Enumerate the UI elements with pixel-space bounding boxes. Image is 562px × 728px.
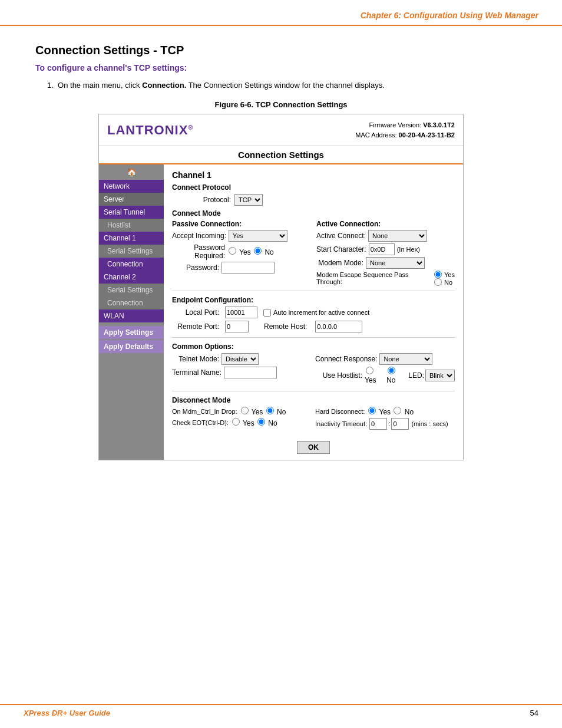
active-connect-select[interactable]: None <box>368 230 427 242</box>
use-hostlist-yes-label[interactable]: Yes <box>365 367 385 384</box>
led-label: LED: <box>408 371 424 380</box>
sidebar-item-connection-2[interactable]: Connection <box>99 297 164 309</box>
on-mdm-no-label[interactable]: No <box>265 407 286 416</box>
protocol-select[interactable]: TCP <box>234 194 263 206</box>
colon-separator: : <box>388 420 390 428</box>
led-select[interactable]: Blink <box>425 370 455 381</box>
hard-disconnect-no-radio[interactable] <box>394 407 401 414</box>
sidebar-item-channel2[interactable]: Channel 2 <box>99 271 164 284</box>
figure-caption: Figure 6-6. TCP Connection Settings <box>35 100 527 109</box>
hard-disconnect-yes-radio[interactable] <box>368 407 376 414</box>
sidebar-item-channel1[interactable]: Channel 1 <box>99 232 164 245</box>
apply-settings-button[interactable]: Apply Settings <box>99 326 164 339</box>
inactivity-unit: (mins : secs) <box>411 420 448 427</box>
on-mdm-label: On Mdm_Ctrl_In Drop: <box>172 408 237 415</box>
sidebar-home-icon[interactable]: 🏠 <box>99 164 164 180</box>
on-mdm-yes-label[interactable]: Yes <box>240 407 263 416</box>
disconnect-header: Disconnect Mode <box>172 396 455 404</box>
connect-protocol-header: Connect Protocol <box>172 183 455 192</box>
inactivity-label: Inactivity Timeout: <box>315 420 367 427</box>
use-hostlist-no-radio[interactable] <box>388 367 395 374</box>
modem-mode-label: Modem Mode: <box>316 259 363 267</box>
connect-response-row: Connect Response: None <box>315 353 455 365</box>
sidebar-item-serial-settings-2[interactable]: Serial Settings <box>99 284 164 297</box>
modem-escape-yes-item: Yes <box>433 271 455 278</box>
modem-mode-row: Modem Mode: None <box>316 257 455 269</box>
terminal-name-label: Terminal Name: <box>172 368 222 377</box>
use-hostlist-label: Use Hostlist: <box>315 371 362 380</box>
pw-yes-radio[interactable] <box>229 247 236 255</box>
local-port-input[interactable] <box>225 307 257 318</box>
sidebar-item-hostlist[interactable]: Hostlist <box>99 219 164 232</box>
use-hostlist-yes-radio[interactable] <box>366 367 373 374</box>
start-character-input[interactable] <box>369 243 395 255</box>
divider-3 <box>172 391 455 391</box>
modem-escape-radio-group: Yes No <box>433 271 455 286</box>
on-mdm-no-radio[interactable] <box>266 407 274 414</box>
sidebar-item-wlan[interactable]: WLAN <box>99 309 164 322</box>
auto-increment-checkbox[interactable] <box>263 309 271 317</box>
pw-no-label[interactable]: No <box>253 247 274 256</box>
sidebar-item-network[interactable]: Network <box>99 180 164 193</box>
active-connect-row: Active Connect: None <box>316 230 455 242</box>
hard-disconnect-label: Hard Disconnect: <box>315 408 365 415</box>
common-right-col: Connect Response: None Use Hostlist: Yes… <box>315 353 455 386</box>
accept-incoming-select[interactable]: Yes No <box>229 230 287 242</box>
connect-response-select[interactable]: None <box>379 353 432 365</box>
on-mdm-yes-radio[interactable] <box>241 407 249 414</box>
check-eot-no-radio[interactable] <box>257 418 265 426</box>
divider-1 <box>172 291 455 291</box>
hard-disconnect-row: Hard Disconnect: Yes No <box>315 407 455 416</box>
in-hex-label: (In Hex) <box>397 246 420 253</box>
modem-escape-no-radio[interactable] <box>434 278 442 286</box>
password-row: Password: <box>172 262 310 274</box>
sidebar: 🏠 Network Server Serial Tunnel Hostlist … <box>99 164 164 460</box>
step1-bold: Connection. <box>142 81 186 90</box>
passive-col: Passive Connection: Accept Incoming: Yes… <box>172 220 310 286</box>
telnet-mode-select[interactable]: Disable <box>222 353 259 365</box>
sidebar-item-serial-settings-1[interactable]: Serial Settings <box>99 245 164 258</box>
connect-mode-header: Connect Mode <box>172 209 455 218</box>
screenshot-container: LANTRONIX® Firmware Version: V6.3.0.1T2 … <box>98 114 464 460</box>
pw-no-radio[interactable] <box>254 247 262 255</box>
check-eot-label: Check EOT(Ctrl-D): <box>172 419 229 426</box>
remote-port-input[interactable] <box>225 321 249 332</box>
telnet-mode-label: Telnet Mode: <box>172 355 219 363</box>
connect-response-label: Connect Response: <box>315 355 377 363</box>
telnet-mode-row: Telnet Mode: Disable <box>172 353 312 365</box>
footer-left: XPress DR+ User Guide <box>24 709 110 717</box>
inactivity-secs-input[interactable] <box>391 418 409 430</box>
remote-host-label: Remote Host: <box>264 322 307 331</box>
modem-escape-row: Modem Escape Sequence Pass Through: Yes … <box>316 271 455 286</box>
check-eot-no-label[interactable]: No <box>256 418 277 427</box>
apply-defaults-button[interactable]: Apply Defaults <box>99 340 164 353</box>
use-hostlist-no-label[interactable]: No <box>386 367 404 384</box>
protocol-label: Protocol: <box>172 196 231 204</box>
sidebar-item-connection-1[interactable]: Connection <box>99 258 164 271</box>
terminal-name-input[interactable] <box>224 367 277 378</box>
sidebar-item-serial-tunnel[interactable]: Serial Tunnel <box>99 206 164 219</box>
modem-mode-select[interactable]: None <box>366 257 425 269</box>
lantronix-logo: LANTRONIX® <box>107 123 193 138</box>
page-header: Chapter 6: Configuration Using Web Manag… <box>0 0 562 26</box>
check-eot-yes-radio[interactable] <box>232 418 240 426</box>
disconnect-right-col: Hard Disconnect: Yes No Inactivity Timeo… <box>315 407 455 431</box>
lantronix-header: LANTRONIX® Firmware Version: V6.3.0.1T2 … <box>99 114 463 146</box>
page-title-bar: Connection Settings <box>99 146 463 164</box>
main-content: Connection Settings - TCP To configure a… <box>0 26 562 478</box>
pw-yes-label[interactable]: Yes <box>227 247 251 256</box>
auto-increment-label[interactable]: Auto increment for active connect <box>263 309 369 317</box>
modem-escape-no-item: No <box>433 278 455 286</box>
inactivity-mins-input[interactable] <box>369 418 387 430</box>
start-char-label: Start Character: <box>316 245 366 253</box>
modem-escape-yes-radio[interactable] <box>434 271 442 278</box>
ok-button[interactable]: OK <box>297 441 330 454</box>
connect-mode-cols: Passive Connection: Accept Incoming: Yes… <box>172 220 455 286</box>
hard-disconnect-yes-label[interactable]: Yes <box>367 407 391 416</box>
sidebar-item-server[interactable]: Server <box>99 193 164 206</box>
check-eot-yes-label[interactable]: Yes <box>231 418 254 427</box>
divider-2 <box>172 337 455 338</box>
password-input[interactable] <box>222 262 275 274</box>
hard-disconnect-no-label[interactable]: No <box>392 407 414 416</box>
remote-host-input[interactable] <box>315 321 362 332</box>
